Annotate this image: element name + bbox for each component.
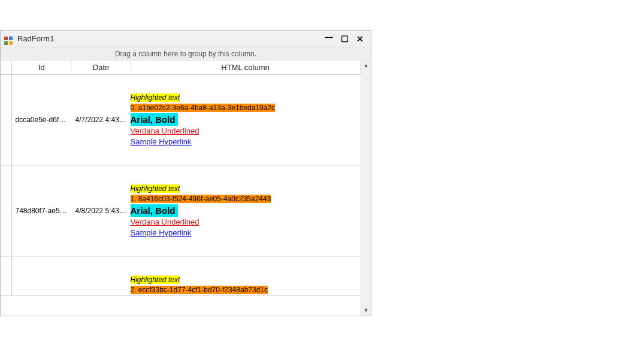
cell-html[interactable]: Highlighted text 0. a1be02c2-3e6a-4ba8-a… bbox=[131, 75, 361, 166]
data-grid[interactable]: Id Date HTML column dcca0e5e-d6f6-... 4/… bbox=[1, 60, 361, 316]
minimize-button[interactable]: — bbox=[324, 32, 334, 42]
cell-id[interactable] bbox=[11, 256, 72, 295]
highlighted-text: Highlighted text bbox=[131, 184, 180, 193]
app-icon bbox=[4, 34, 14, 44]
close-button[interactable]: ✕ bbox=[355, 34, 365, 44]
column-header-html[interactable]: HTML column bbox=[131, 60, 361, 75]
row-header-cell[interactable] bbox=[1, 165, 11, 256]
sample-hyperlink[interactable]: Sample Hyperlink bbox=[131, 228, 192, 237]
app-window: RadForm1 — ☐ ✕ Drag a column here to gro… bbox=[0, 30, 371, 316]
column-header-id[interactable]: Id bbox=[11, 60, 72, 75]
column-header-row: Id Date HTML column bbox=[1, 60, 361, 75]
scroll-up-button[interactable]: ▲ bbox=[361, 60, 371, 71]
grouping-panel[interactable]: Drag a column here to group by this colu… bbox=[1, 47, 371, 60]
highlighted-text: Highlighted text bbox=[131, 276, 180, 284]
arial-bold-text: Arial, Bold bbox=[131, 113, 178, 126]
titlebar[interactable]: RadForm1 — ☐ ✕ bbox=[1, 31, 371, 47]
cell-html[interactable]: Highlighted text 1. 8a416c03-f524-496f-a… bbox=[131, 165, 361, 256]
arial-bold-text: Arial, Bold bbox=[131, 204, 178, 217]
guid-text: 1. 8a416c03-f524-496f-ae05-4a0c235a2443 bbox=[131, 195, 271, 203]
table-row[interactable]: 748d80f7-ae59... 4/8/2022 5:43:5... High… bbox=[1, 165, 361, 256]
cell-date[interactable] bbox=[72, 256, 131, 295]
cell-date[interactable]: 4/8/2022 5:43:5... bbox=[72, 165, 131, 256]
row-header-cell[interactable] bbox=[1, 256, 11, 295]
cell-date[interactable]: 4/7/2022 4:43:5... bbox=[72, 75, 131, 166]
grid-container: Id Date HTML column dcca0e5e-d6f6-... 4/… bbox=[1, 60, 371, 316]
row-header-cell[interactable] bbox=[1, 75, 11, 166]
verdana-underlined-text: Verdana Underlined bbox=[131, 126, 199, 135]
table-row[interactable]: Highlighted text 2. eccf33bc-1d77-4cf1-b… bbox=[1, 256, 361, 295]
cell-id[interactable]: dcca0e5e-d6f6-... bbox=[11, 75, 72, 166]
column-header-date[interactable]: Date bbox=[72, 60, 131, 75]
cell-html[interactable]: Highlighted text 2. eccf33bc-1d77-4cf1-b… bbox=[131, 256, 361, 295]
table-row[interactable]: dcca0e5e-d6f6-... 4/7/2022 4:43:5... Hig… bbox=[1, 75, 361, 166]
window-title: RadForm1 bbox=[17, 34, 324, 43]
guid-text: 2. eccf33bc-1d77-4cf1-bd70-f2348ab73d1c bbox=[131, 286, 268, 294]
sample-hyperlink[interactable]: Sample Hyperlink bbox=[131, 137, 192, 146]
maximize-button[interactable]: ☐ bbox=[340, 34, 349, 44]
vertical-scrollbar[interactable]: ▲ ▼ bbox=[361, 60, 371, 316]
window-controls: — ☐ ✕ bbox=[324, 34, 367, 44]
verdana-underlined-text: Verdana Underlined bbox=[131, 217, 199, 226]
cell-id[interactable]: 748d80f7-ae59... bbox=[11, 165, 72, 256]
scroll-down-button[interactable]: ▼ bbox=[361, 305, 371, 316]
guid-text: 0. a1be02c2-3e6a-4ba8-a13a-3e1beda19a2c bbox=[131, 104, 276, 112]
highlighted-text: Highlighted text bbox=[131, 93, 180, 102]
row-header-column[interactable] bbox=[1, 60, 11, 75]
